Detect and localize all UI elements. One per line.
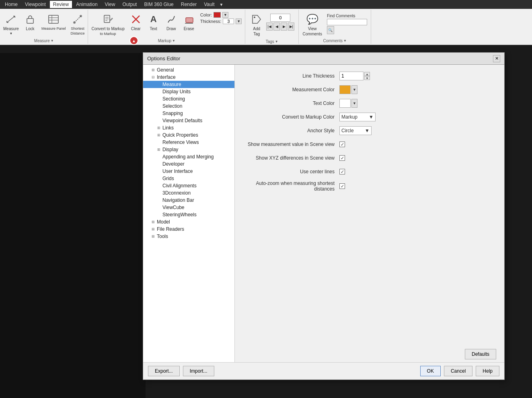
tree-item-display[interactable]: ⊞ Display	[143, 146, 234, 153]
tag-nav-buttons: |◀ ◀ ▶ ▶|	[266, 23, 294, 31]
tree-item-reference-views[interactable]: Reference Views	[143, 139, 234, 146]
tree-label-3dconnexion: 3Dconnexion	[162, 190, 191, 196]
color-swatch[interactable]	[214, 12, 221, 18]
erase-tool[interactable]: Erase	[181, 12, 197, 32]
tree-expander-3dconnexion	[156, 190, 162, 196]
tag-nav-last[interactable]: ▶|	[288, 23, 294, 31]
convert-to-markup-tool[interactable]: Convert to Markup to Markup	[90, 12, 126, 37]
menu-review[interactable]: Review	[50, 1, 72, 8]
help-button[interactable]: Help	[476, 366, 499, 376]
auto-zoom-checkbox[interactable]: ✓	[339, 183, 345, 189]
import-button[interactable]: Import...	[183, 366, 214, 376]
thickness-input[interactable]	[223, 18, 234, 24]
add-tag-tool[interactable]: Add Tag	[249, 12, 265, 37]
tree-item-developer[interactable]: Developer	[143, 160, 234, 168]
show-xyz-checkbox[interactable]: ✓	[339, 155, 345, 161]
defaults-button[interactable]: Defaults	[465, 349, 496, 359]
dialog-title-bar: Options Editor ✕	[143, 53, 504, 65]
menu-more-arrow[interactable]: ▼	[219, 2, 224, 8]
color-dropdown[interactable]: ▼	[222, 12, 228, 18]
tree-item-appending-merging[interactable]: Appending and Merging	[143, 153, 234, 160]
measure-panel-tool[interactable]: Measure Panel	[40, 12, 68, 31]
text-tool[interactable]: A Text	[146, 12, 162, 32]
line-thickness-increment[interactable]: ▲	[364, 72, 370, 76]
menu-viewpoint[interactable]: Viewpoint	[22, 1, 49, 8]
export-button[interactable]: Export...	[148, 366, 180, 376]
tree-expander-civil-alignments	[156, 183, 162, 189]
menu-bim360[interactable]: BIM 360 Glue	[141, 1, 177, 8]
tree-item-display-units[interactable]: Display Units	[143, 88, 234, 95]
tag-nav-prev[interactable]: ◀	[273, 23, 280, 31]
tree-item-sectioning[interactable]: Sectioning	[143, 95, 234, 103]
show-xyz-checkmark: ✓	[341, 156, 344, 161]
tree-item-quick-properties[interactable]: ⊞ Quick Properties	[143, 131, 234, 139]
comment-search-btn[interactable]: 🔍	[327, 26, 334, 34]
anchor-style-dropdown[interactable]: Circle ▼	[339, 126, 372, 135]
tree-item-viewcube[interactable]: ViewCube	[143, 204, 234, 211]
text-color-swatch[interactable]	[339, 99, 351, 108]
use-center-lines-checkbox[interactable]: ✓	[339, 169, 345, 174]
tree-item-general[interactable]: ⊞ General	[143, 66, 234, 74]
measure-section-label[interactable]: Measure ▼	[34, 38, 54, 43]
comments-section-label[interactable]: Comments ▼	[323, 38, 347, 43]
menu-view[interactable]: View	[102, 1, 119, 8]
tree-label-quick-properties: Quick Properties	[162, 132, 198, 138]
measurement-color-swatch[interactable]	[339, 85, 351, 94]
tree-item-civil-alignments[interactable]: Civil Alignments	[143, 182, 234, 189]
tree-item-file-readers[interactable]: ⊞ File Readers	[143, 226, 234, 233]
menu-render[interactable]: Render	[178, 1, 200, 8]
tags-section-label[interactable]: Tags ▼	[266, 39, 278, 44]
measurement-color-dropdown[interactable]: ▼	[351, 85, 357, 94]
ok-button[interactable]: OK	[420, 366, 441, 376]
line-thickness-decrement[interactable]: ▼	[364, 76, 370, 80]
menu-output[interactable]: Output	[119, 1, 140, 8]
line-thickness-input[interactable]	[339, 72, 364, 80]
thickness-label: Thickness:	[200, 19, 222, 24]
menu-vault[interactable]: Vault	[201, 1, 218, 8]
menu-home[interactable]: Home	[2, 1, 21, 8]
tree-item-tools[interactable]: ⊞ Tools	[143, 233, 234, 240]
tree-label-appending: Appending and Merging	[162, 154, 214, 160]
tree-item-steeringwheels[interactable]: SteeringWheels	[143, 211, 234, 218]
clear-tool[interactable]: Clear	[128, 12, 144, 32]
draw-tool[interactable]: Draw	[163, 12, 179, 32]
measure-arrow[interactable]: ▼	[9, 32, 12, 35]
shortest-distance-tool[interactable]: Shortest Distance	[69, 12, 86, 36]
tag-nav-next[interactable]: ▶	[281, 23, 287, 31]
add-tag-label2: Tag	[253, 32, 260, 36]
tree-item-user-interface[interactable]: User Interface	[143, 168, 234, 175]
measurement-color-row: Measurement Color ▼	[243, 85, 496, 94]
tag-value-input[interactable]	[270, 14, 290, 22]
tree-item-grids[interactable]: Grids	[143, 175, 234, 182]
thickness-dropdown[interactable]: ▼	[236, 18, 242, 24]
tag-nav-first[interactable]: |◀	[266, 23, 273, 31]
menu-animation[interactable]: Animation	[73, 1, 101, 8]
tree-item-navigation-bar[interactable]: Navigation Bar	[143, 197, 234, 204]
tree-item-links[interactable]: ⊞ Links	[143, 124, 234, 131]
ribbon-collapse-button[interactable]: ▲	[129, 36, 138, 45]
tree-item-measure[interactable]: Measure	[143, 81, 234, 88]
tree-expander-navigation-bar	[156, 197, 162, 203]
measure-tool[interactable]: Measure ▼	[2, 12, 21, 36]
text-color-dropdown[interactable]: ▼	[351, 99, 357, 108]
dialog-close-button[interactable]: ✕	[493, 55, 500, 62]
tree-item-model[interactable]: ⊞ Model	[143, 218, 234, 226]
markup-section-label[interactable]: Markup ▼	[158, 38, 175, 43]
show-measurement-checkbox[interactable]: ✓	[339, 142, 345, 147]
cancel-button[interactable]: Cancel	[444, 366, 472, 376]
tags-tools: Add Tag |◀ ◀ ▶ ▶|	[247, 10, 297, 39]
view-comments-tool[interactable]: 💬 View Comments	[301, 12, 324, 37]
tree-label-grids: Grids	[162, 176, 174, 181]
comment-search-input[interactable]	[327, 19, 367, 25]
tree-expander-grids	[156, 176, 162, 181]
convert-markup-color-row: Convert to Markup Color Markup ▼	[243, 112, 496, 122]
erase-icon	[183, 13, 195, 26]
tree-item-viewpoint-defaults[interactable]: Viewpoint Defaults	[143, 117, 234, 124]
tree-item-selection[interactable]: Selection	[143, 103, 234, 110]
tree-item-3dconnexion[interactable]: 3Dconnexion	[143, 189, 234, 197]
convert-markup-color-dropdown[interactable]: Markup ▼	[339, 113, 376, 121]
tree-item-snapping[interactable]: Snapping	[143, 110, 234, 117]
tree-item-interface[interactable]: ⊟ Interface	[143, 74, 234, 81]
tree-label-file-readers: File Readers	[157, 226, 184, 232]
lock-tool[interactable]: Lock	[22, 12, 38, 32]
